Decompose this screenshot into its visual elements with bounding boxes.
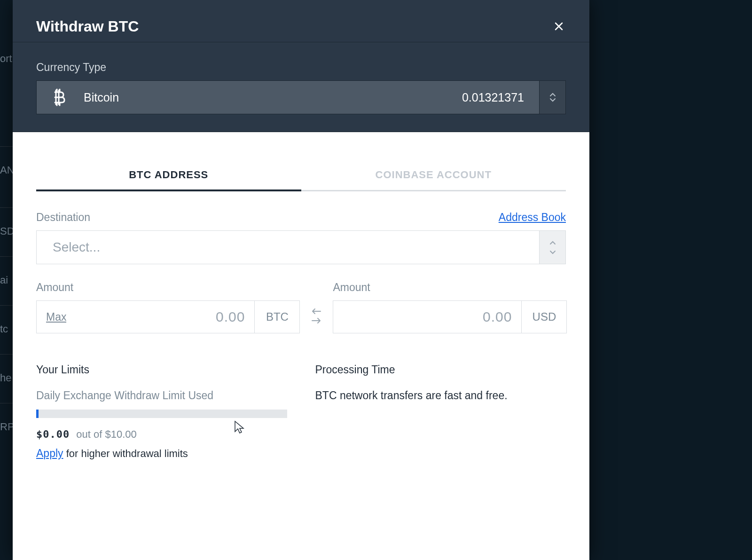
limits-progress <box>36 410 287 418</box>
apply-rest: for higher withdrawal limits <box>63 448 188 459</box>
address-book-link[interactable]: Address Book <box>499 211 566 224</box>
destination-select-main[interactable]: Select... <box>37 231 539 264</box>
unit-usd: USD <box>521 301 566 333</box>
amount-btc-col: Amount Max BTC <box>36 281 300 333</box>
amount-label-left: Amount <box>36 281 300 294</box>
currency-section: Currency Type Bitcoin 0.01321371 <box>13 42 589 114</box>
chevron-up-icon <box>549 238 556 247</box>
bg-fragment: ort <box>0 35 13 82</box>
modal-title-bar: Withdraw BTC <box>13 0 589 42</box>
currency-type-label: Currency Type <box>36 61 566 74</box>
tab-coinbase-account[interactable]: COINBASE ACCOUNT <box>301 160 566 191</box>
currency-select-main[interactable]: Bitcoin 0.01321371 <box>37 90 539 105</box>
limits-total: $10.00 <box>105 428 137 440</box>
amount-label-right: Amount <box>333 281 567 294</box>
amount-btc-input[interactable] <box>66 301 254 333</box>
apply-line: Apply for higher withdrawal limits <box>36 447 287 460</box>
withdraw-modal: Withdraw BTC Currency Type Bi <box>13 0 589 560</box>
arrow-left-icon <box>311 308 321 316</box>
chevron-up-icon <box>549 93 556 97</box>
limits-progress-fill <box>36 410 39 418</box>
currency-balance: 0.01321371 <box>462 91 524 104</box>
modal-body: BTC ADDRESS COINBASE ACCOUNT Destination… <box>13 160 589 460</box>
currency-select[interactable]: Bitcoin 0.01321371 <box>36 80 566 114</box>
arrow-right-icon <box>311 317 321 326</box>
limits-subtitle: Daily Exchange Withdraw Limit Used <box>36 389 287 402</box>
modal-title: Withdraw BTC <box>36 18 139 35</box>
close-icon <box>555 19 563 34</box>
limits-values: $0.00 out of $10.00 <box>36 428 287 441</box>
background-sidebar: ort AN SD ai tc he RP <box>0 0 13 560</box>
chevron-down-icon <box>549 98 556 102</box>
swap-arrows[interactable] <box>311 300 321 333</box>
limits-total-prefix: out of <box>76 428 105 440</box>
destination-select[interactable]: Select... <box>36 230 566 264</box>
bitcoin-icon <box>52 90 67 105</box>
amount-usd-box: USD <box>333 300 567 333</box>
bg-fragment: he <box>0 354 13 401</box>
processing-col: Processing Time BTC network transfers ar… <box>315 363 566 460</box>
limits-col: Your Limits Daily Exchange Withdraw Limi… <box>36 363 287 460</box>
limits-used: $0.00 <box>36 428 70 440</box>
amount-btc-box: Max BTC <box>36 300 300 333</box>
amount-usd-col: Amount USD <box>333 281 567 333</box>
destination-label: Destination <box>36 211 90 224</box>
apply-link[interactable]: Apply <box>36 447 63 459</box>
chevron-down-icon <box>549 248 556 256</box>
currency-name: Bitcoin <box>84 91 119 104</box>
currency-stepper[interactable] <box>539 81 565 114</box>
bg-fragment: AN <box>0 146 13 193</box>
info-row: Your Limits Daily Exchange Withdraw Limi… <box>36 363 566 460</box>
max-link-wrap: Max <box>37 301 66 333</box>
close-button[interactable] <box>552 20 566 34</box>
processing-text: BTC network transfers are fast and free. <box>315 389 566 402</box>
currency-left: Bitcoin <box>52 90 119 105</box>
tab-btc-address[interactable]: BTC ADDRESS <box>36 160 301 191</box>
bg-fragment: ai <box>0 256 13 303</box>
amount-row: Amount Max BTC Amount USD <box>36 281 566 333</box>
modal-header: Withdraw BTC Currency Type Bi <box>13 0 589 132</box>
bg-fragment: RP <box>0 403 13 450</box>
destination-row: Destination Address Book <box>36 211 566 224</box>
max-button[interactable]: Max <box>46 311 66 323</box>
destination-stepper[interactable] <box>539 231 565 264</box>
tabs: BTC ADDRESS COINBASE ACCOUNT <box>36 160 566 191</box>
amount-usd-input[interactable] <box>333 301 521 333</box>
unit-btc: BTC <box>254 301 299 333</box>
processing-title: Processing Time <box>315 363 566 376</box>
bg-fragment: SD <box>0 207 13 254</box>
limits-title: Your Limits <box>36 363 287 376</box>
bg-fragment: tc <box>0 305 13 352</box>
